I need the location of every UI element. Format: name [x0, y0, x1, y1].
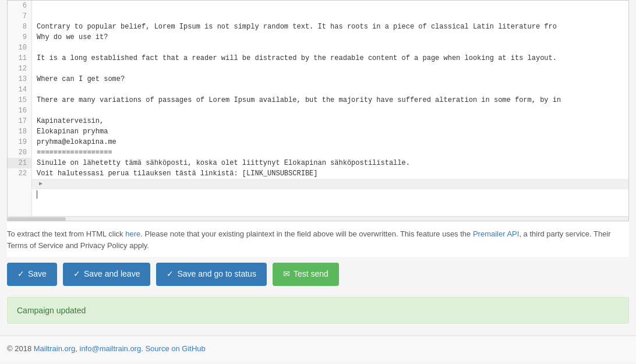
line-number-7: 7 [8, 11, 31, 22]
code-line-15: Kapinaterveisin, [32, 116, 628, 126]
code-line-8 [32, 43, 628, 53]
line-number-9: 9 [8, 32, 31, 43]
footer-sep1: , [75, 344, 79, 353]
line-number-8: 8 [8, 22, 31, 32]
line-number-16: 16 [8, 105, 31, 116]
line-numbers: 678910111213141516171819202122 [8, 1, 32, 216]
info-text-2: . Please note that your existing plainte… [140, 229, 473, 238]
line-number-6: 6 [8, 1, 31, 11]
save-button[interactable]: ✓ Save [7, 263, 57, 286]
code-line-17: pryhma@elokapina.me [32, 137, 628, 147]
line-number-14: 14 [8, 84, 31, 95]
code-line-7: Why do we use it? [32, 32, 628, 43]
info-text-1: To extract the text from HTML click [7, 229, 125, 238]
campaign-updated-text: Campaign updated [17, 306, 86, 315]
code-line-20: Voit halutessasi perua tilauksen tästä l… [32, 168, 628, 179]
code-line-19: Sinulle on lähetetty tämä sähköposti, ko… [32, 158, 628, 168]
save-and-leave-label: Save and leave [84, 268, 140, 280]
line-number-10: 10 [8, 43, 31, 53]
horizontal-scrollbar[interactable] [8, 216, 628, 221]
code-line-10 [32, 63, 628, 74]
code-line-9: It is a long established fact that a rea… [32, 53, 628, 63]
info-section: To extract the text from HTML click here… [7, 221, 629, 257]
line-number-12: 12 [8, 63, 31, 74]
line-number-20: 20 [8, 147, 31, 158]
mailtrain-link[interactable]: Mailtrain.org [34, 344, 76, 353]
code-line-11: Where can I get some? [32, 74, 628, 84]
line-number-22: 22 [8, 168, 31, 179]
test-send-label: Test send [294, 268, 328, 280]
checkmark-icon-2: ✓ [73, 268, 80, 280]
code-line-22 [32, 189, 628, 200]
code-editor[interactable]: 678910111213141516171819202122 Contrary … [7, 0, 629, 221]
email-link[interactable]: info@mailtrain.org [80, 344, 142, 353]
line-number-15: 15 [8, 95, 31, 105]
line-number-21: 21 [8, 158, 31, 168]
premailer-link[interactable]: Premailer API [473, 229, 519, 238]
code-line-12 [32, 84, 628, 95]
line-number-13: 13 [8, 74, 31, 84]
scrollbar-thumb[interactable] [8, 217, 66, 221]
code-line-21: ▶ [32, 179, 628, 189]
github-link[interactable]: Source on GitHub [145, 344, 205, 353]
line-number-18: 18 [8, 126, 31, 137]
line-number-11: 11 [8, 53, 31, 63]
code-line-18: ================== [32, 147, 628, 158]
arrow-indicator: ▶ [37, 179, 45, 189]
code-line-13: There are many variations of passages of… [32, 95, 628, 105]
checkmark-icon: ✓ [17, 268, 24, 280]
text-cursor [37, 190, 37, 199]
code-content[interactable]: Contrary to popular belief, Lorem Ipsum … [32, 1, 628, 216]
save-label: Save [28, 268, 47, 280]
campaign-updated-banner: Campaign updated [7, 297, 629, 324]
code-line-14 [32, 105, 628, 116]
line-number-17: 17 [8, 116, 31, 126]
here-link[interactable]: here [125, 229, 140, 238]
test-send-button[interactable]: ✉ Test send [273, 263, 339, 286]
email-icon: ✉ [283, 268, 290, 280]
copyright-text: © 2018 [7, 344, 34, 353]
save-and-go-to-status-label: Save and go to status [177, 268, 256, 280]
editor-container: 678910111213141516171819202122 Contrary … [7, 0, 629, 221]
code-area: 678910111213141516171819202122 Contrary … [8, 1, 628, 216]
footer: © 2018 Mailtrain.org, info@mailtrain.org… [0, 335, 636, 361]
buttons-row: ✓ Save ✓ Save and leave ✓ Save and go to… [7, 257, 629, 295]
code-line-6: Contrary to popular belief, Lorem Ipsum … [32, 22, 628, 32]
line-number-19: 19 [8, 137, 31, 147]
save-and-go-to-status-button[interactable]: ✓ Save and go to status [156, 263, 266, 286]
code-line-16: Elokapinan pryhma [32, 126, 628, 137]
save-and-leave-button[interactable]: ✓ Save and leave [63, 263, 151, 286]
checkmark-icon-3: ✓ [167, 268, 174, 280]
